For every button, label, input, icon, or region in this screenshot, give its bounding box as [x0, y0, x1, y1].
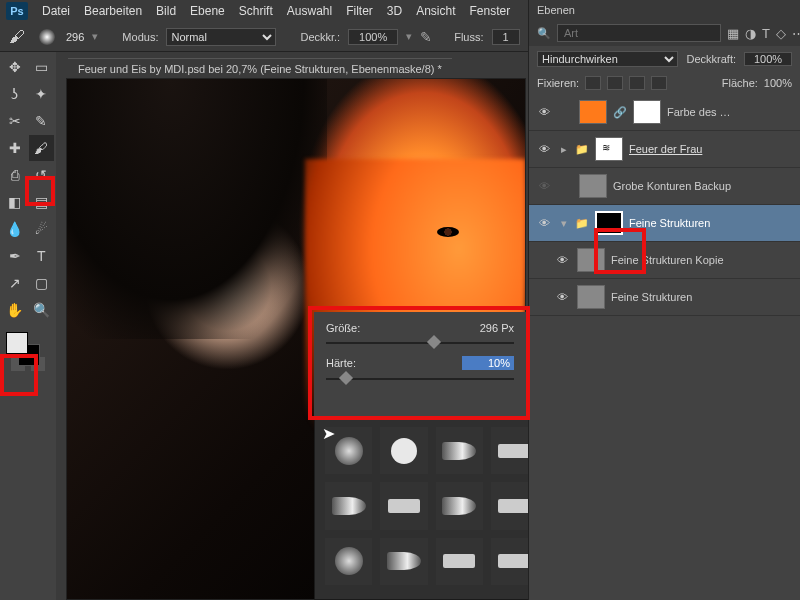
menu-ansicht[interactable]: Ansicht: [416, 4, 455, 18]
layer-row[interactable]: 👁 ▸ 📁 ≋ Feuer der Frau: [529, 131, 800, 168]
brush-preset[interactable]: [436, 482, 483, 529]
layer-blend-mode[interactable]: Hindurchwirken: [537, 51, 678, 67]
filter-text-icon[interactable]: T: [762, 26, 770, 41]
layer-row[interactable]: 👁 🔗 Farbe des …: [529, 94, 800, 131]
layer-name[interactable]: Feuer der Frau: [629, 143, 702, 155]
dodge-tool[interactable]: ☄: [29, 216, 55, 242]
brush-tool[interactable]: 🖌: [29, 135, 55, 161]
group-toggle-icon[interactable]: ▾: [561, 217, 567, 230]
layer-thumb[interactable]: [579, 100, 607, 124]
brush-preset[interactable]: [380, 538, 427, 585]
lock-transparency-icon[interactable]: [585, 76, 601, 90]
visibility-toggle[interactable]: 👁: [535, 106, 553, 118]
path-tool[interactable]: ↗: [2, 270, 28, 296]
group-toggle-icon[interactable]: ▸: [561, 143, 567, 156]
foreground-color[interactable]: [6, 332, 28, 354]
type-tool[interactable]: T: [29, 243, 55, 269]
stamp-tool[interactable]: ⎙: [2, 162, 28, 188]
lock-position-icon[interactable]: [629, 76, 645, 90]
visibility-toggle[interactable]: 👁: [535, 217, 553, 229]
brush-size-label: Größe:: [326, 322, 360, 334]
brush-hardness-value[interactable]: 10%: [462, 356, 514, 370]
layer-thumb[interactable]: [577, 285, 605, 309]
move-tool[interactable]: ✥: [2, 54, 28, 80]
filter-fx-icon[interactable]: ⋯: [792, 26, 800, 41]
search-icon: 🔍: [537, 27, 551, 40]
layer-list: 👁 🔗 Farbe des … 👁 ▸ 📁 ≋ Feuer der Frau 👁…: [529, 94, 800, 316]
filter-adjust-icon[interactable]: ◑: [745, 26, 756, 41]
visibility-toggle[interactable]: 👁: [553, 254, 571, 266]
layer-name[interactable]: Grobe Konturen Backup: [613, 180, 731, 192]
menu-bild[interactable]: Bild: [156, 4, 176, 18]
menu-datei[interactable]: Datei: [42, 4, 70, 18]
menu-3d[interactable]: 3D: [387, 4, 402, 18]
layer-opacity-value[interactable]: 100%: [744, 52, 792, 66]
layer-row[interactable]: 👁 Feine Strukturen: [529, 279, 800, 316]
hand-tool[interactable]: ✋: [2, 297, 28, 323]
brush-preset[interactable]: [380, 427, 427, 474]
layer-thumb[interactable]: [577, 248, 605, 272]
brush-size-slider[interactable]: [326, 336, 514, 350]
crop-tool[interactable]: ✂: [2, 108, 28, 134]
layer-name[interactable]: Farbe des …: [667, 106, 731, 118]
brush-preset[interactable]: [325, 482, 372, 529]
filter-shape-icon[interactable]: ◇: [776, 26, 786, 41]
layer-thumb[interactable]: [579, 174, 607, 198]
lock-all-icon[interactable]: [651, 76, 667, 90]
visibility-toggle[interactable]: 👁: [553, 291, 571, 303]
layer-name[interactable]: Feine Strukturen Kopie: [611, 254, 724, 266]
menu-ebene[interactable]: Ebene: [190, 4, 225, 18]
brush-hardness-label: Härte:: [326, 357, 356, 369]
brush-hardness-slider[interactable]: [326, 372, 514, 386]
layer-name[interactable]: Feine Strukturen: [611, 291, 692, 303]
brush-preset[interactable]: [436, 427, 483, 474]
folder-icon: 📁: [575, 217, 589, 230]
lock-pixels-icon[interactable]: [607, 76, 623, 90]
brush-preset[interactable]: [325, 538, 372, 585]
history-brush-tool[interactable]: ↺: [29, 162, 55, 188]
layer-row-selected[interactable]: 👁 ▾ 📁 Feine Strukturen: [529, 205, 800, 242]
gradient-tool[interactable]: ▤: [29, 189, 55, 215]
menu-schrift[interactable]: Schrift: [239, 4, 273, 18]
menu-auswahl[interactable]: Auswahl: [287, 4, 332, 18]
tool-preset-icon[interactable]: 🖌: [6, 26, 28, 48]
heal-tool[interactable]: ✚: [2, 135, 28, 161]
lasso-tool[interactable]: ʖ: [2, 81, 28, 107]
menu-fenster[interactable]: Fenster: [470, 4, 511, 18]
layer-mask-thumb[interactable]: [595, 211, 623, 235]
layer-mask-thumb[interactable]: [633, 100, 661, 124]
layer-name[interactable]: Feine Strukturen: [629, 217, 710, 229]
blur-tool[interactable]: 💧: [2, 216, 28, 242]
visibility-toggle[interactable]: 👁: [535, 143, 553, 155]
layer-fill-value[interactable]: 100%: [764, 77, 792, 89]
marquee-tool[interactable]: ▭: [29, 54, 55, 80]
blend-mode-select[interactable]: Normal: [166, 28, 276, 46]
eyedropper-tool[interactable]: ✎: [29, 108, 55, 134]
brush-preset[interactable]: [380, 482, 427, 529]
shape-tool[interactable]: ▢: [29, 270, 55, 296]
document-tab[interactable]: Feuer und Eis by MDI.psd bei 20,7% (Fein…: [68, 58, 452, 79]
menu-filter[interactable]: Filter: [346, 4, 373, 18]
pen-tool[interactable]: ✒: [2, 243, 28, 269]
brush-preview[interactable]: [36, 26, 58, 48]
menu-bearbeiten[interactable]: Bearbeiten: [84, 4, 142, 18]
eraser-tool[interactable]: ◧: [2, 189, 28, 215]
filter-image-icon[interactable]: ▦: [727, 26, 739, 41]
layer-row[interactable]: 👁 Grobe Konturen Backup: [529, 168, 800, 205]
color-swatches[interactable]: [2, 330, 54, 370]
opacity-value[interactable]: 100%: [348, 29, 398, 45]
pressure-opacity-icon[interactable]: ✎: [420, 29, 432, 45]
flow-value[interactable]: 1: [492, 29, 520, 45]
layers-tab[interactable]: Ebenen: [529, 0, 800, 20]
brush-preset[interactable]: [436, 538, 483, 585]
layer-filter-input[interactable]: [557, 24, 721, 42]
layer-mask-thumb[interactable]: ≋: [595, 137, 623, 161]
flow-label: Fluss:: [454, 31, 483, 43]
visibility-toggle[interactable]: 👁: [535, 180, 553, 192]
layer-row[interactable]: 👁 Feine Strukturen Kopie: [529, 242, 800, 279]
brush-size-display[interactable]: 296: [66, 31, 84, 43]
brush-preset[interactable]: [325, 427, 372, 474]
brush-size-value[interactable]: 296 Px: [462, 322, 514, 334]
wand-tool[interactable]: ✦: [29, 81, 55, 107]
zoom-tool[interactable]: 🔍: [29, 297, 55, 323]
